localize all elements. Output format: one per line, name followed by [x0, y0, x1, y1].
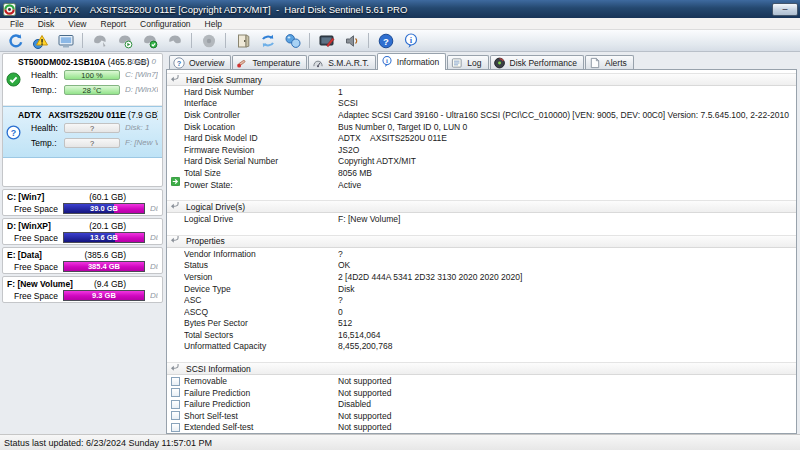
hard-disk-sentinel-window: Disk: 1, ADTX AXSITS2520U 011E [Copyrigh…: [0, 0, 800, 450]
network-button[interactable]: [280, 31, 305, 50]
partition-item-f[interactable]: F: [New Volume](9.4 GB)Free Space9.3 GBD…: [2, 276, 163, 303]
tab-overview[interactable]: ?Overview: [169, 55, 231, 69]
menu-view[interactable]: View: [61, 18, 93, 30]
disk-item-1[interactable]: ADTX AXSITS2520U 011E (7.9 GB)?Health:?D…: [3, 106, 162, 158]
section-header[interactable]: Properties: [167, 235, 796, 248]
sound-button[interactable]: [339, 31, 364, 50]
menu-help[interactable]: Help: [198, 18, 229, 30]
row-value: 0: [338, 307, 796, 317]
menu-file[interactable]: File: [3, 18, 31, 30]
row-value: Not supported: [338, 422, 796, 432]
refresh-button[interactable]: [3, 31, 28, 50]
checkbox[interactable]: [171, 411, 180, 420]
checkbox[interactable]: [171, 377, 180, 386]
section-title: SCSI Information: [186, 364, 251, 374]
disk-size: (7.9 GB): [126, 110, 158, 120]
info-row: Unformatted Capacity8,455,200,768: [167, 341, 796, 353]
toolbar-separator: [225, 33, 226, 48]
free-space-value: 39.0 GB: [64, 204, 144, 214]
row-value: ADTX AXSITS2520U 011E: [338, 133, 796, 143]
info-row: Total Size8056 MB: [167, 167, 796, 179]
tab-log[interactable]: Log: [447, 55, 488, 69]
section-collapse-icon: [170, 201, 183, 213]
menu-bar: FileDiskViewReportConfigurationHelp: [0, 18, 800, 30]
row-label: Device Type: [184, 284, 338, 294]
health-meter: 100 %: [64, 70, 120, 80]
toolbar-separator: [82, 33, 83, 48]
disk-title: ST500DM002-1SB10A (465.8 GB)Disk: 0: [7, 57, 158, 67]
panel-button[interactable]: [230, 31, 255, 50]
checkbox[interactable]: [171, 423, 180, 432]
tab-disk-performance[interactable]: Disk Performance: [490, 55, 585, 69]
tab-information[interactable]: iInformation: [377, 53, 447, 70]
checkbox[interactable]: [171, 388, 180, 397]
partition-list: C: [Win7](60.1 GB)Free Space39.0 GBDisk:…: [2, 189, 163, 303]
info-row: Version2 [4D2D 444A 5341 2D32 3130 2020 …: [167, 271, 796, 283]
disk-item-0[interactable]: ST500DM002-1SB10A (465.8 GB)Disk: 0Healt…: [3, 54, 162, 106]
disk-list: ST500DM002-1SB10A (465.8 GB)Disk: 0Healt…: [2, 53, 163, 187]
section-header[interactable]: SCSI Information: [167, 362, 796, 375]
alert-settings-icon: [33, 33, 49, 49]
tab-s-m-a-r-t[interactable]: S.M.A.R.T.: [308, 55, 376, 69]
health-label: Health:: [31, 70, 64, 80]
svg-text:?: ?: [383, 35, 389, 46]
info-icon: i: [403, 33, 419, 49]
disk-temp-row: Temp.:28 °CD: [WinXP], E:: [7, 82, 158, 97]
free-space-value: 13.6 GB: [64, 233, 144, 243]
report-button[interactable]: [314, 31, 339, 50]
partition-item-c[interactable]: C: [Win7](60.1 GB)Free Space39.0 GBDisk:…: [2, 189, 163, 216]
row-value: ?: [338, 295, 796, 305]
row-value: Not supported: [338, 411, 796, 421]
temp-meter: ?: [64, 138, 120, 148]
info-row: Total Sectors16,514,064: [167, 329, 796, 341]
partition-item-e[interactable]: E: [Data](385.6 GB)Free Space385.4 GBDis…: [2, 247, 163, 274]
tab-label: Information: [397, 57, 440, 67]
stop-test-button[interactable]: [162, 31, 187, 50]
menu-report[interactable]: Report: [94, 18, 134, 30]
main-area: ST500DM002-1SB10A (465.8 GB)Disk: 0Healt…: [0, 52, 800, 434]
display-button[interactable]: [53, 31, 78, 50]
tab-alerts[interactable]: Alerts: [585, 55, 634, 69]
menu-disk[interactable]: Disk: [31, 18, 62, 30]
row-value: 8056 MB: [338, 168, 796, 178]
info-button[interactable]: i: [398, 31, 423, 50]
test-ok-icon: [142, 33, 158, 49]
row-label: Disk Location: [184, 122, 338, 132]
stop-test-icon: [167, 33, 183, 49]
section-collapse-icon: [170, 363, 183, 375]
start-test-button[interactable]: [112, 31, 137, 50]
detect-disk-button[interactable]: [87, 31, 112, 50]
free-space-value: 9.3 GB: [64, 291, 144, 301]
help-button[interactable]: ?: [373, 31, 398, 50]
partition-item-d[interactable]: D: [WinXP](20.1 GB)Free Space13.6 GBDisk…: [2, 218, 163, 245]
partition-disk-label: Disk: 0: [150, 233, 158, 242]
tab-temperature[interactable]: Temperature: [232, 55, 307, 69]
disk-health-row: Health:100 %C: [Win7],: [7, 67, 158, 82]
row-label: Extended Self-test: [184, 422, 338, 432]
tab-label: Temperature: [252, 58, 300, 68]
disk-health-row: Health:?Disk: 1: [7, 120, 158, 135]
row-lead: [167, 411, 184, 420]
alerts-icon: [589, 57, 602, 69]
alert-settings-button[interactable]: [28, 31, 53, 50]
info-row: Hard Disk Serial NumberCopyright ADTX/MI…: [167, 156, 796, 168]
information-panel: Hard Disk SummaryHard Disk Number1Interf…: [166, 69, 797, 434]
surface-test-button[interactable]: [196, 31, 221, 50]
free-space-label: Free Space: [14, 291, 58, 301]
section-header[interactable]: Hard Disk Summary: [167, 73, 796, 86]
toolbar-separator: [368, 33, 369, 48]
smart-icon: [312, 57, 325, 69]
info-row: Firmware RevisionJS2O: [167, 144, 796, 156]
row-label: Failure Prediction: [184, 399, 338, 409]
tab-label: Alerts: [605, 58, 627, 68]
row-label: Unformatted Capacity: [184, 341, 338, 351]
free-space-bar: 39.0 GB: [63, 203, 145, 214]
sync-button[interactable]: [255, 31, 280, 50]
checkbox[interactable]: [171, 400, 180, 409]
free-space-row: Free Space385.4 GBDisk: 0: [7, 261, 158, 272]
app-icon: [3, 3, 16, 16]
menu-configuration[interactable]: Configuration: [133, 18, 198, 30]
section-header[interactable]: Logical Drive(s): [167, 200, 796, 213]
test-ok-button[interactable]: [137, 31, 162, 50]
minimize-button[interactable]: ‒: [772, 3, 798, 16]
